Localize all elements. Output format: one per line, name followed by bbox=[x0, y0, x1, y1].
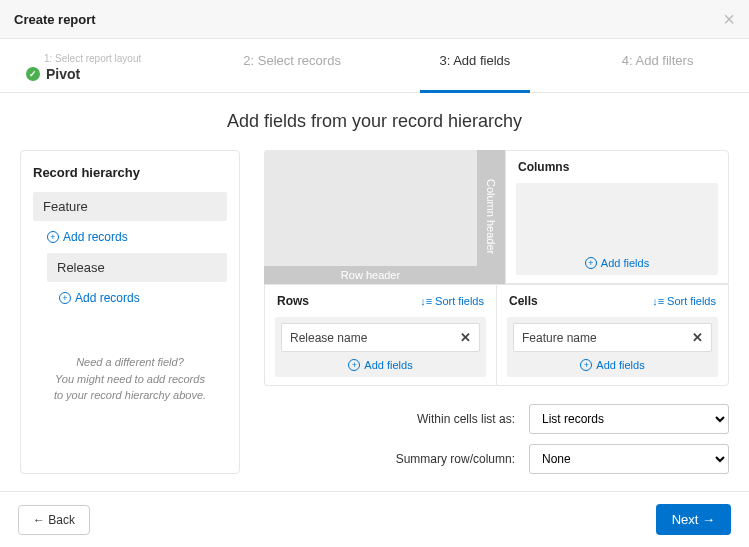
step-1[interactable]: 1: Select report layout ✓ Pivot bbox=[0, 39, 201, 92]
sort-label: Sort fields bbox=[435, 295, 484, 307]
step-3[interactable]: 3: Add fields bbox=[384, 39, 567, 92]
within-cells-select[interactable]: List records bbox=[529, 404, 729, 434]
step-3-label: 3: Add fields bbox=[439, 53, 510, 68]
within-cells-label: Within cells list as: bbox=[417, 412, 515, 426]
plus-icon: + bbox=[47, 231, 59, 243]
add-fields-label: Add fields bbox=[596, 359, 644, 371]
step-1-label: Pivot bbox=[46, 66, 80, 82]
pivot-designer: Row header Column header Columns + Add f… bbox=[264, 150, 729, 474]
step-4-label: 4: Add filters bbox=[622, 53, 694, 68]
hierarchy-title: Record hierarchy bbox=[33, 165, 227, 180]
tree-item-feature[interactable]: Feature bbox=[33, 192, 227, 221]
rows-title: Rows bbox=[277, 294, 309, 308]
help-line: You might need to add records bbox=[33, 371, 227, 388]
add-fields-label: Add fields bbox=[601, 257, 649, 269]
close-icon[interactable]: × bbox=[723, 9, 735, 29]
add-fields-link[interactable]: + Add fields bbox=[348, 359, 412, 371]
cells-dropzone[interactable]: Feature name ✕ + Add fields bbox=[507, 317, 718, 377]
step-4[interactable]: 4: Add filters bbox=[566, 39, 749, 92]
sort-icon: ↓≡ bbox=[420, 295, 432, 307]
record-hierarchy-panel: Record hierarchy Feature + Add records R… bbox=[20, 150, 240, 474]
pill-label: Feature name bbox=[522, 331, 597, 345]
add-records-link[interactable]: + Add records bbox=[33, 282, 227, 314]
sort-fields-link[interactable]: ↓≡ Sort fields bbox=[420, 295, 484, 307]
column-header-label: Column header bbox=[485, 179, 497, 254]
plus-icon: + bbox=[585, 257, 597, 269]
next-button[interactable]: Next → bbox=[656, 504, 731, 535]
rows-panel: Rows ↓≡ Sort fields Release name ✕ bbox=[264, 284, 496, 386]
back-button[interactable]: ← Back bbox=[18, 505, 90, 535]
hierarchy-help: Need a different field? You might need t… bbox=[33, 354, 227, 404]
check-icon: ✓ bbox=[26, 67, 40, 81]
sort-icon: ↓≡ bbox=[652, 295, 664, 307]
tree-item-release[interactable]: Release bbox=[47, 253, 227, 282]
add-records-label: Add records bbox=[63, 230, 128, 244]
columns-dropzone[interactable]: + Add fields bbox=[516, 183, 718, 275]
cells-title: Cells bbox=[509, 294, 538, 308]
remove-icon[interactable]: ✕ bbox=[460, 330, 471, 345]
sort-fields-link[interactable]: ↓≡ Sort fields bbox=[652, 295, 716, 307]
wizard-steps: 1: Select report layout ✓ Pivot 2: Selec… bbox=[0, 39, 749, 93]
modal-footer: ← Back Next → bbox=[0, 491, 749, 547]
add-records-link[interactable]: + Add records bbox=[33, 221, 227, 253]
pill-label: Release name bbox=[290, 331, 367, 345]
help-line: Need a different field? bbox=[33, 354, 227, 371]
plus-icon: + bbox=[59, 292, 71, 304]
plus-icon: + bbox=[348, 359, 360, 371]
summary-label: Summary row/column: bbox=[396, 452, 515, 466]
help-line: to your record hierarchy above. bbox=[33, 387, 227, 404]
sort-label: Sort fields bbox=[667, 295, 716, 307]
modal-header: Create report × bbox=[0, 0, 749, 39]
cells-panel: Cells ↓≡ Sort fields Feature name ✕ bbox=[496, 284, 729, 386]
field-pill-feature-name[interactable]: Feature name ✕ bbox=[513, 323, 712, 352]
column-header-dropzone[interactable]: Column header bbox=[477, 150, 505, 284]
row-header-label: Row header bbox=[264, 266, 477, 284]
remove-icon[interactable]: ✕ bbox=[692, 330, 703, 345]
add-fields-link[interactable]: + Add fields bbox=[580, 359, 644, 371]
field-pill-release-name[interactable]: Release name ✕ bbox=[281, 323, 480, 352]
row-header-dropzone[interactable]: Row header bbox=[264, 150, 477, 284]
columns-panel: Columns + Add fields bbox=[505, 150, 729, 284]
add-fields-link[interactable]: + Add fields bbox=[585, 257, 649, 269]
page-title: Add fields from your record hierarchy bbox=[20, 111, 729, 132]
add-records-label: Add records bbox=[75, 291, 140, 305]
modal-title: Create report bbox=[14, 12, 96, 27]
rows-dropzone[interactable]: Release name ✕ + Add fields bbox=[275, 317, 486, 377]
step-1-super: 1: Select report layout bbox=[44, 53, 193, 64]
summary-select[interactable]: None bbox=[529, 444, 729, 474]
step-2[interactable]: 2: Select records bbox=[201, 39, 384, 92]
plus-icon: + bbox=[580, 359, 592, 371]
columns-title: Columns bbox=[518, 160, 569, 174]
add-fields-label: Add fields bbox=[364, 359, 412, 371]
step-2-label: 2: Select records bbox=[243, 53, 341, 68]
